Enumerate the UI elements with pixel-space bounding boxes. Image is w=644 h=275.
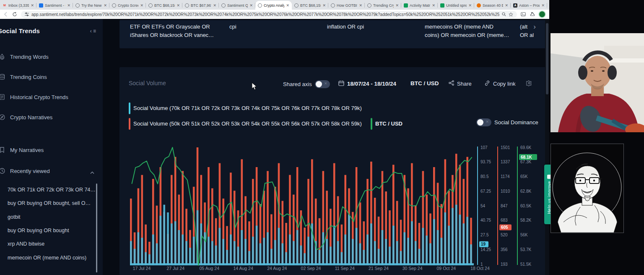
topic-chip[interactable]: memecoins OR (meme ANDcoins) OR memecoin… <box>425 23 509 39</box>
profile-avatar[interactable] <box>538 10 546 18</box>
sidebar-item-label: Historical Crypto Trends <box>10 94 68 100</box>
browser-tab[interactable]: MInbox (3,335)✕ <box>0 1 36 10</box>
svg-text:847: 847 <box>501 204 508 208</box>
santiment-favicon <box>294 3 299 8</box>
tab-title: BTC $67,967.7… <box>191 3 211 8</box>
santiment-favicon <box>185 3 189 8</box>
sidebar-scrollbar[interactable] <box>96 183 97 272</box>
tab-close-icon[interactable]: ✕ <box>395 3 399 8</box>
browser-tab[interactable]: BTC $68,158.5…✕ <box>292 1 328 10</box>
sidebar-item-recently-viewed[interactable]: Recently viewed <box>0 166 50 176</box>
date-range-control[interactable]: 18/07/24 - 18/10/24 <box>338 80 396 87</box>
tab-close-icon[interactable]: ✕ <box>104 3 107 8</box>
browser-tab[interactable]: Crypto Analysi…✕ <box>255 1 292 10</box>
tab-close-icon[interactable]: ✕ <box>322 3 326 8</box>
tab-close-icon[interactable]: ✕ <box>541 3 545 8</box>
tab-close-icon[interactable]: ✕ <box>505 3 508 8</box>
browser-tab[interactable]: Crypto Screen…✕ <box>109 1 146 10</box>
tab-title: Try the New C… <box>81 3 102 8</box>
shared-axis-toggle[interactable]: ✕ <box>315 80 330 88</box>
svg-text:30 Sep 24: 30 Sep 24 <box>402 266 423 271</box>
tab-close-icon[interactable]: ✕ <box>67 3 70 8</box>
svg-text:11 Sep 24: 11 Sep 24 <box>335 266 355 271</box>
tab-title: Season 40 Epi… <box>483 3 503 8</box>
browser-tab[interactable]: Try the New C…✕ <box>73 1 109 10</box>
copy-link-button[interactable]: Copy link <box>484 80 515 87</box>
share-icon <box>449 80 454 87</box>
sidebar-item-trending-coins[interactable]: Trending Coins <box>0 72 47 82</box>
clock-icon <box>0 168 5 174</box>
site-settings-icon[interactable] <box>25 12 29 16</box>
sidebar-item-historical-crypto-trends[interactable]: Historical Crypto Trends <box>0 92 68 102</box>
legend-label[interactable]: Social Volume (70k OR 71k OR 72k OR 73k … <box>133 105 362 111</box>
topic-chip[interactable]: inflation OR cpi <box>327 23 364 31</box>
browser-tab[interactable]: Activity Matri…✕ <box>401 1 438 10</box>
tab-title: Inbox (3,335) <box>8 3 29 8</box>
browser-tab[interactable]: Season 40 Epi…✕ <box>474 1 511 10</box>
topic-chip[interactable]: (altOR al <box>520 23 534 39</box>
santiment-favicon <box>112 3 116 8</box>
topic-chip[interactable]: ETF OR ETFs OR Grayscale ORiShares OR bl… <box>130 23 214 39</box>
image-tool-icon[interactable] <box>521 12 526 17</box>
svg-text:605: 605 <box>501 225 508 230</box>
topic-chip[interactable]: cpi <box>229 23 236 31</box>
chevron-up-icon[interactable] <box>90 168 94 176</box>
avatar-line-art <box>551 144 623 233</box>
aston-favicon: A <box>513 3 517 8</box>
tab-close-icon[interactable]: ✕ <box>213 3 216 8</box>
sidebar-item-crypto-narratives[interactable]: Crypto Narratives <box>0 112 52 122</box>
topics-bar: ETF OR ETFs OR Grayscale ORiShares OR bl… <box>119 20 549 48</box>
legend-label[interactable]: Social Volume (50k OR 51k OR 52k OR 53k … <box>133 120 362 127</box>
share-button[interactable]: Share <box>449 80 472 87</box>
recent-item[interactable]: buy OR buying OR bought <box>8 228 69 233</box>
tab-close-icon[interactable]: ✕ <box>432 3 435 8</box>
recent-item[interactable]: memecoin OR (meme AND coins) <box>8 255 86 261</box>
sidebar-item-label: Trending Words <box>10 54 49 60</box>
flame-icon <box>0 53 5 60</box>
tab-close-icon[interactable]: ✕ <box>286 3 289 8</box>
recent-item[interactable]: buy OR buying OR bought, sell O… <box>8 200 91 206</box>
tab-close-icon[interactable]: ✕ <box>249 3 253 8</box>
recent-item[interactable]: xrp AND bitwise <box>8 241 44 247</box>
browser-tab[interactable]: Trending Cryp…✕ <box>365 1 401 10</box>
svg-text:02 Sep 24: 02 Sep 24 <box>301 266 321 271</box>
browser-tab[interactable]: BTC $67,967.7…✕ <box>182 1 219 10</box>
sidebar-item-my-narratives[interactable]: My Narratives <box>0 145 44 155</box>
social-dominance-toggle[interactable]: ✕ <box>476 118 491 126</box>
reload-icon[interactable] <box>12 12 17 17</box>
sidebar-collapse-icon[interactable]: ‹ ≡ <box>90 28 96 34</box>
santiment-favicon <box>331 3 335 8</box>
tab-close-icon[interactable]: ✕ <box>359 3 362 8</box>
browser-tab[interactable]: Untitled sprea…✕ <box>438 1 474 10</box>
tab-close-icon[interactable]: ✕ <box>31 3 34 8</box>
tab-close-icon[interactable]: ✕ <box>140 3 143 8</box>
browser-tab[interactable]: Santiment Qu…✕ <box>219 1 255 10</box>
recent-item[interactable]: 70k OR 71k OR 72k OR 73k OR 74… <box>8 187 96 193</box>
settings-control[interactable] <box>526 80 532 88</box>
bookmark-star-icon[interactable] <box>509 12 513 17</box>
extensions-icon[interactable] <box>530 12 535 17</box>
browser-tab[interactable]: How GOTBIT …✕ <box>328 1 365 10</box>
shared-axis-label: Shared axis <box>283 81 312 87</box>
svg-text:68.1K: 68.1K <box>521 155 532 160</box>
svg-text:40.75: 40.75 <box>480 218 491 223</box>
pair-selector[interactable]: BTC / USD <box>410 80 439 86</box>
tab-close-icon[interactable]: ✕ <box>177 3 180 8</box>
browser-tab[interactable]: BTC $68,158.5…✕ <box>146 1 182 10</box>
url-text[interactable]: app.santiment.net/labs/trends/explore/70… <box>31 12 499 17</box>
topics-next-chevron-icon[interactable]: › <box>533 23 536 31</box>
browser-toolbar: app.santiment.net/labs/trends/explore/70… <box>0 10 549 19</box>
search-icon[interactable] <box>502 12 506 16</box>
browser-tab[interactable]: Santiment - C…✕ <box>36 1 73 10</box>
page-scrollbar[interactable] <box>545 19 549 275</box>
sidebar-item-trending-words[interactable]: Trending Words <box>0 52 49 62</box>
tab-close-icon[interactable]: ✕ <box>468 3 472 8</box>
recent-item[interactable]: gotbit <box>8 214 21 220</box>
tab-title: Santiment - C… <box>45 3 65 8</box>
browser-tab[interactable]: AAston – Produ…✕ <box>511 1 547 10</box>
address-bar[interactable]: app.santiment.net/labs/trends/explore/70… <box>21 11 517 18</box>
social-volume-chart[interactable]: 10793.7580.567.255440.7527.514.251191501… <box>126 141 549 274</box>
legend-label[interactable]: BTC / USD <box>375 120 402 127</box>
back-icon[interactable] <box>3 12 8 17</box>
browser-tab-strip: MInbox (3,335)✕Santiment - C…✕Try the Ne… <box>0 0 549 10</box>
